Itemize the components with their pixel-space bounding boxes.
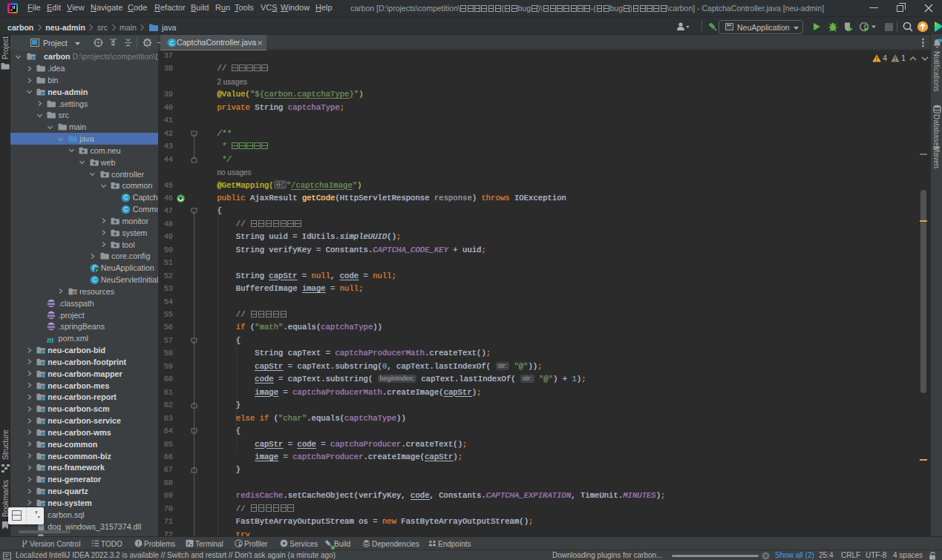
svg-text:C: C [124, 194, 128, 202]
svg-text:C: C [124, 205, 128, 213]
svg-text:C: C [92, 276, 97, 283]
svg-text:C: C [169, 39, 174, 46]
